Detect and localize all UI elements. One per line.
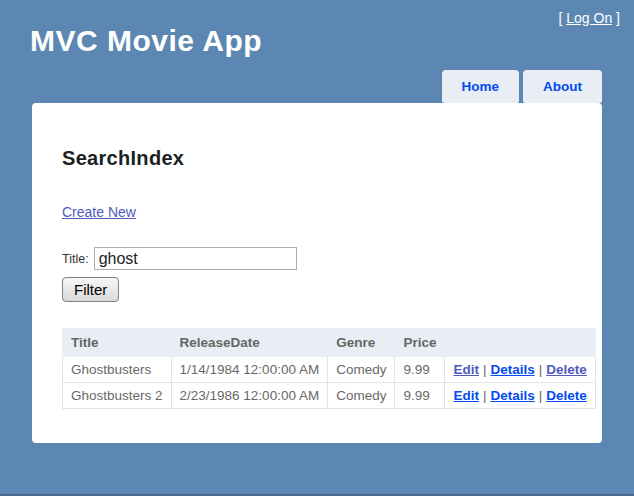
- filter-button[interactable]: Filter: [62, 277, 119, 302]
- details-link[interactable]: Details: [491, 362, 535, 377]
- content-panel: SearchIndex Create New Title: Filter Tit…: [32, 103, 602, 443]
- delete-link[interactable]: Delete: [546, 362, 587, 377]
- cell-title: Ghostbusters 2: [63, 383, 172, 409]
- action-separator: |: [479, 362, 491, 377]
- tab-home[interactable]: Home: [442, 70, 520, 103]
- cell-actions: Edit|Details|Delete: [445, 357, 595, 383]
- cell-release-date: 2/23/1986 12:00:00 AM: [171, 383, 328, 409]
- edit-link[interactable]: Edit: [453, 362, 479, 377]
- cell-release-date: 1/14/1984 12:00:00 AM: [171, 357, 328, 383]
- delete-link[interactable]: Delete: [546, 388, 587, 403]
- log-on-link[interactable]: Log On: [566, 10, 612, 26]
- action-separator: |: [535, 362, 547, 377]
- edit-link[interactable]: Edit: [453, 388, 479, 403]
- cell-price: 9.99: [395, 357, 445, 383]
- cell-genre: Comedy: [328, 357, 395, 383]
- movies-table: Title ReleaseDate Genre Price Ghostbuste…: [62, 328, 596, 409]
- action-separator: |: [479, 388, 491, 403]
- tab-about[interactable]: About: [523, 70, 602, 103]
- column-header-price: Price: [395, 329, 445, 357]
- login-bracket-close: ]: [612, 10, 620, 26]
- column-header-releasedate: ReleaseDate: [171, 329, 328, 357]
- nav-menu: Home About: [442, 70, 603, 103]
- create-new-link[interactable]: Create New: [62, 204, 136, 220]
- page-title: SearchIndex: [62, 147, 184, 170]
- filter-form: Title:: [62, 247, 297, 270]
- cell-title: Ghostbusters: [63, 357, 172, 383]
- action-separator: |: [535, 388, 547, 403]
- login-display: [ Log On ]: [559, 10, 621, 26]
- title-search-input[interactable]: [94, 247, 297, 270]
- cell-actions: Edit|Details|Delete: [445, 383, 595, 409]
- column-header-genre: Genre: [328, 329, 395, 357]
- title-label: Title:: [62, 252, 89, 266]
- table-row: Ghostbusters 2 2/23/1986 12:00:00 AM Com…: [63, 383, 596, 409]
- cell-genre: Comedy: [328, 383, 395, 409]
- table-header-row: Title ReleaseDate Genre Price: [63, 329, 596, 357]
- cell-price: 9.99: [395, 383, 445, 409]
- page: { "header": { "app_title": "MVC Movie Ap…: [0, 0, 634, 496]
- column-header-title: Title: [63, 329, 172, 357]
- table-row: Ghostbusters 1/14/1984 12:00:00 AM Comed…: [63, 357, 596, 383]
- column-header-actions: [445, 329, 595, 357]
- app-title: MVC Movie App: [30, 24, 262, 58]
- details-link[interactable]: Details: [491, 388, 535, 403]
